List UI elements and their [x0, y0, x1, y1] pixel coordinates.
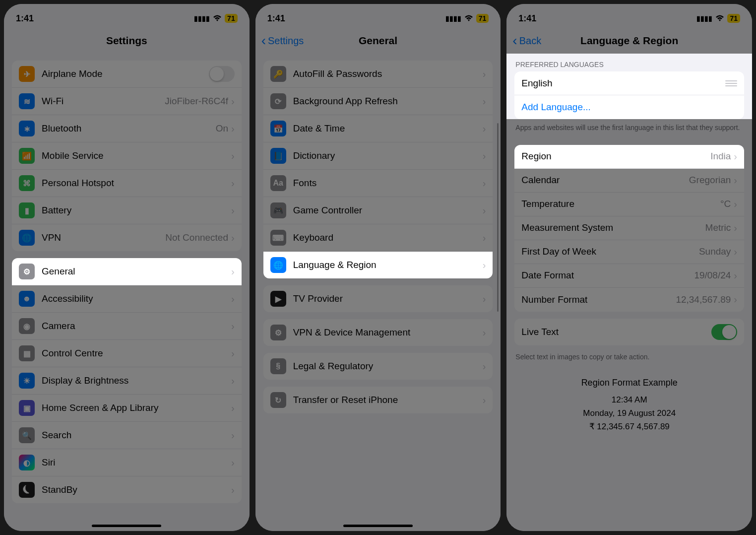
settings-group-general: ⚙ General › ☻ Accessibility › ◉ Camera ›… [12, 258, 242, 503]
live-text-toggle[interactable] [711, 324, 737, 340]
region-label: Region [521, 151, 710, 162]
list-item-bluetooth[interactable]: ∗ Bluetooth On› [12, 115, 242, 142]
list-item-home-screen-app-library[interactable]: ▣ Home Screen & App Library › [12, 395, 242, 422]
list-item-vpn[interactable]: 🌐 VPN Not Connected› [12, 224, 242, 251]
list-item-transfer-or-reset-iphone[interactable]: ↻ Transfer or Reset iPhone › [263, 387, 493, 413]
language-icon: 🌐 [270, 257, 286, 273]
setting-row-date-format[interactable]: Date Format 19/08/24 › [514, 264, 744, 288]
list-item-personal-hotspot[interactable]: ⌘ Personal Hotspot › [12, 170, 242, 197]
list-item-label: Battery [42, 205, 231, 216]
chevron-right-icon: › [231, 266, 235, 277]
language-row-english[interactable]: English [514, 71, 744, 95]
status-bar: 1:41 ▮▮▮▮ 71 [4, 4, 250, 28]
list-item-search[interactable]: 🔍 Search › [12, 422, 242, 449]
general-icon: ⚙ [19, 264, 35, 279]
list-item-label: Bluetooth [42, 123, 216, 134]
list-item-battery[interactable]: ▮ Battery › [12, 197, 242, 224]
back-button[interactable]: ‹ Back [512, 34, 541, 48]
bluetooth-icon: ∗ [19, 121, 35, 136]
list-item-label: Airplane Mode [42, 68, 209, 79]
reorder-handle-icon[interactable] [725, 80, 737, 86]
chevron-right-icon: › [483, 361, 486, 372]
chevron-right-icon: › [483, 68, 486, 80]
list-item-keyboard[interactable]: ⌨ Keyboard › [263, 224, 493, 252]
list-item-legal-regulatory[interactable]: § Legal & Regulatory › [263, 353, 493, 380]
list-item-label: VPN [42, 232, 165, 243]
list-item-language-region[interactable]: 🌐 Language & Region › [263, 252, 493, 278]
list-item-airplane-mode[interactable]: ✈ Airplane Mode [12, 61, 242, 88]
chevron-right-icon: › [734, 246, 737, 258]
live-text-footer: Select text in images to copy or take ac… [506, 352, 752, 369]
airplane-toggle[interactable] [209, 66, 235, 82]
list-item-display-brightness[interactable]: ☀ Display & Brightness › [12, 367, 242, 395]
list-item-label: Camera [42, 321, 231, 332]
list-item-value: On [216, 123, 228, 134]
setting-label: Number Format [521, 294, 676, 305]
home-indicator[interactable] [343, 525, 413, 527]
setting-row-temperature[interactable]: Temperature °C › [514, 193, 744, 216]
nav-bar: ‹ Back Language & Region [506, 28, 752, 54]
back-label: Settings [268, 35, 304, 47]
setting-row-calendar[interactable]: Calendar Gregorian › [514, 169, 744, 193]
setting-value: Metric [705, 222, 731, 233]
list-item-label: Dictionary [293, 150, 483, 161]
accessibility-icon: ☻ [19, 291, 35, 307]
airplane-icon: ✈ [19, 66, 35, 82]
chevron-right-icon: › [231, 232, 235, 244]
list-item-label: Game Controller [293, 205, 483, 216]
list-item-fonts[interactable]: Aa Fonts › [263, 170, 493, 197]
setting-row-number-format[interactable]: Number Format 12,34,567.89 › [514, 288, 744, 312]
list-item-wi-fi[interactable]: ≋ Wi-Fi JioFiber-R6C4f› [12, 88, 242, 115]
chevron-right-icon: › [483, 123, 486, 134]
list-item-background-app-refresh[interactable]: ⟳ Background App Refresh › [263, 88, 493, 115]
chevron-right-icon: › [231, 123, 235, 134]
list-item-camera[interactable]: ◉ Camera › [12, 313, 242, 340]
list-item-accessibility[interactable]: ☻ Accessibility › [12, 285, 242, 313]
region-row[interactable]: Region India › [514, 145, 744, 169]
legal-icon: § [270, 358, 286, 374]
wifi-icon [464, 15, 473, 22]
list-item-value: JioFiber-R6C4f [165, 96, 228, 107]
list-item-game-controller[interactable]: 🎮 Game Controller › [263, 197, 493, 224]
chevron-right-icon: › [231, 457, 235, 468]
home-indicator[interactable] [92, 525, 161, 527]
list-item-label: Mobile Service [42, 150, 231, 161]
chevron-right-icon: › [734, 270, 737, 281]
live-text-group: Live Text [514, 319, 744, 345]
chevron-right-icon: › [734, 294, 737, 305]
list-item-label: Transfer or Reset iPhone [293, 395, 483, 405]
fonts-icon: Aa [270, 175, 286, 191]
back-button[interactable]: ‹ Settings [261, 34, 304, 48]
scroll-indicator[interactable] [497, 123, 499, 312]
list-item-siri[interactable]: ◐ Siri › [12, 449, 242, 476]
page-title: Settings [106, 35, 147, 47]
battery-level: 71 [727, 14, 740, 23]
chevron-right-icon: › [483, 327, 486, 338]
keyboard-icon: ⌨ [270, 230, 286, 246]
list-item-label: Personal Hotspot [42, 178, 231, 189]
list-item-dictionary[interactable]: 📘 Dictionary › [263, 142, 493, 170]
list-item-label: Date & Time [293, 123, 483, 134]
example-title: Region Format Example [513, 376, 745, 390]
list-item-date-time[interactable]: 📅 Date & Time › [263, 115, 493, 142]
list-item-standby[interactable]: ⏾ StandBy › [12, 476, 242, 503]
general-screen: 1:41 ▮▮▮▮ 71 ‹ Settings General 🔑 AutoFi… [255, 4, 501, 531]
live-text-row[interactable]: Live Text [514, 319, 744, 345]
list-item-tv-provider[interactable]: ▶ TV Provider › [263, 285, 493, 312]
setting-row-first-day-of-week[interactable]: First Day of Week Sunday › [514, 240, 744, 264]
add-language-button[interactable]: Add Language... [514, 95, 744, 119]
list-item-control-centre[interactable]: ▦ Control Centre › [12, 340, 242, 367]
chevron-right-icon: › [734, 222, 737, 234]
mobile-icon: 📶 [19, 148, 35, 164]
setting-value: 19/08/24 [694, 270, 731, 281]
example-date: Monday, 19 August 2024 [513, 406, 745, 420]
setting-row-measurement-system[interactable]: Measurement System Metric › [514, 216, 744, 240]
list-item-general[interactable]: ⚙ General › [12, 258, 242, 285]
list-item-mobile-service[interactable]: 📶 Mobile Service › [12, 142, 242, 170]
page-title: General [359, 35, 397, 47]
chevron-left-icon: ‹ [512, 34, 517, 48]
vpnmgmt-icon: ⚙ [270, 325, 286, 340]
list-item-vpn-device-management[interactable]: ⚙ VPN & Device Management › [263, 319, 493, 346]
list-item-autofill-passwords[interactable]: 🔑 AutoFill & Passwords › [263, 61, 493, 88]
region-format-example: Region Format Example 12:34 AM Monday, 1… [506, 369, 752, 440]
